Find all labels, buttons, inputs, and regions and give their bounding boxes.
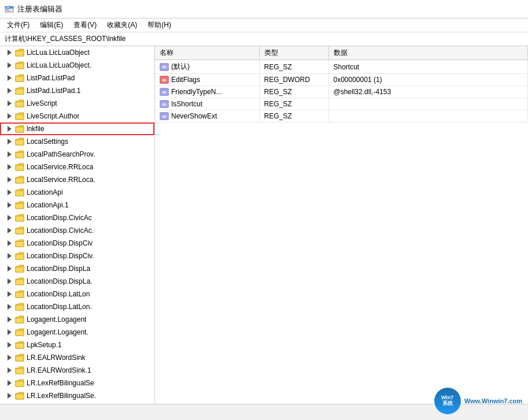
menu-view[interactable]: 查看(V) xyxy=(69,19,101,31)
tree-item-label: LocationDisp.CivicAc xyxy=(27,214,92,222)
folder-icon xyxy=(15,251,24,261)
tree-item[interactable]: LocalService.RRLoca. xyxy=(0,173,154,186)
tree-item-label: LocalPathSearchProv. xyxy=(27,150,95,158)
menu-edit[interactable]: 编辑(E) xyxy=(35,19,68,31)
tree-item[interactable]: LocationDisp.DispLa. xyxy=(0,275,154,288)
table-row[interactable]: abNeverShowExtREG_SZ xyxy=(155,110,528,122)
tree-item[interactable]: LocalService.RRLoca xyxy=(0,161,154,173)
tree-item[interactable]: LocalSettings xyxy=(0,135,154,148)
tree-item[interactable]: LocationDisp.LatLon. xyxy=(0,300,154,313)
tree-item[interactable]: ListPad.ListPad xyxy=(0,72,154,84)
expand-arrow-icon xyxy=(5,289,14,299)
expand-arrow-icon xyxy=(5,366,14,375)
tree-item-label: LocationDisp.DispLa. xyxy=(27,277,92,285)
tree-item[interactable]: LR.EALRWordSink.1 xyxy=(0,364,154,377)
tree-item[interactable]: LocationDisp.DispLa xyxy=(0,262,154,275)
tree-item[interactable]: LR.LexRefBilingualSe xyxy=(0,377,154,389)
expand-arrow-icon xyxy=(5,111,14,121)
folder-icon xyxy=(15,162,24,172)
content-panel: 名称 类型 数据 ab(默认)REG_SZShortcutabEditFlags… xyxy=(155,46,528,404)
tree-item[interactable]: LocationDisp.CivicAc xyxy=(0,211,154,224)
tree-item-label: LocationDisp.LatLon. xyxy=(27,303,92,311)
expand-arrow-icon xyxy=(5,226,14,235)
tree-item[interactable]: LicLua.LicLuaObject xyxy=(0,46,154,59)
folder-icon xyxy=(15,366,24,375)
menu-favorites[interactable]: 收藏夹(A) xyxy=(102,19,142,31)
reg-data-cell: 0x00000001 (1) xyxy=(328,74,528,86)
menu-help[interactable]: 帮助(H) xyxy=(143,19,176,31)
tree-item[interactable]: LocationDisp.CivicAc. xyxy=(0,224,154,237)
svg-point-3 xyxy=(8,7,9,8)
tree-item[interactable]: LocationDisp.DispCiv xyxy=(0,237,154,250)
tree-item[interactable]: LocationApi xyxy=(0,186,154,199)
watermark-site: Www.Winwin7.com xyxy=(464,397,522,404)
folder-icon xyxy=(15,175,24,184)
tree-item[interactable]: LocalPathSearchProv. xyxy=(0,148,154,161)
reg-data-cell: @shell32.dll,-4153 xyxy=(328,86,528,98)
tree-item-label: LR.LexRefBilingualSe. xyxy=(27,392,96,400)
folder-icon xyxy=(15,111,24,121)
expand-arrow-icon xyxy=(5,150,14,159)
col-data: 数据 xyxy=(328,46,528,60)
tree-item[interactable]: LocationDisp.DispCiv. xyxy=(0,250,154,262)
expand-arrow-icon xyxy=(5,200,14,210)
tree-item-label: lnkfile xyxy=(27,125,45,133)
expand-arrow-icon xyxy=(5,302,14,311)
tree-item-label: LicLua.LicLuaObject xyxy=(27,49,90,57)
folder-icon xyxy=(15,73,24,83)
tree-item[interactable]: LR.EALRWordSink xyxy=(0,351,154,364)
tree-item[interactable]: LR.LexRefBilingualSe.. xyxy=(0,402,154,404)
expand-arrow-icon xyxy=(5,340,14,350)
tree-item[interactable]: lnkfile xyxy=(0,122,154,135)
ab-icon: ab xyxy=(160,88,169,96)
reg-entry-name: EditFlags xyxy=(171,76,200,84)
tree-item[interactable]: Logagent.Logagent xyxy=(0,313,154,326)
table-row[interactable]: abFriendlyTypeN...REG_SZ@shell32.dll,-41… xyxy=(155,86,528,98)
tree-item-label: LiveScript xyxy=(27,99,57,107)
expand-arrow-icon xyxy=(5,73,14,83)
tree-item[interactable]: LocationDisp.LatLon xyxy=(0,288,154,300)
expand-arrow-icon xyxy=(5,175,14,184)
tree-item[interactable]: ListPad.ListPad.1 xyxy=(0,84,154,97)
tree-item-label: LocationDisp.DispLa xyxy=(27,265,90,273)
tree-item-label: LocationApi.1 xyxy=(27,201,69,209)
folder-icon xyxy=(15,124,24,133)
reg-data-cell xyxy=(328,110,528,122)
tree-item-label: LocalSettings xyxy=(27,137,68,146)
menu-file[interactable]: 文件(F) xyxy=(2,19,34,31)
main-area: LicLua.LicLuaObject LicLua.LicLuaObject.… xyxy=(0,46,528,404)
tree-item-label: LR.LexRefBilingualSe xyxy=(27,379,94,387)
tree-item[interactable]: LiveScript.Author xyxy=(0,110,154,122)
folder-icon xyxy=(15,226,24,235)
watermark-area: Win7系统 Www.Winwin7.com xyxy=(434,388,522,414)
tree-item[interactable]: LicLua.LicLuaObject. xyxy=(0,59,154,72)
svg-rect-5 xyxy=(6,10,10,11)
tree-item[interactable]: LocationApi.1 xyxy=(0,199,154,211)
folder-icon xyxy=(15,86,24,95)
folder-icon xyxy=(15,277,24,286)
folder-icon xyxy=(15,264,24,273)
tree-item[interactable]: LR.LexRefBilingualSe. xyxy=(0,389,154,402)
expand-arrow-icon xyxy=(5,48,14,57)
expand-arrow-icon xyxy=(5,277,14,286)
expand-arrow-icon xyxy=(5,315,14,324)
address-bar: 计算机\HKEY_CLASSES_ROOT\lnkfile xyxy=(0,32,528,46)
folder-icon xyxy=(15,48,24,57)
table-row[interactable]: ab(默认)REG_SZShortcut xyxy=(155,60,528,74)
tree-item[interactable]: LpkSetup.1 xyxy=(0,339,154,351)
tree-item[interactable]: LiveScript xyxy=(0,97,154,110)
reg-entry-name: FriendlyTypeN... xyxy=(171,88,221,96)
table-row[interactable]: abEditFlagsREG_DWORD0x00000001 (1) xyxy=(155,74,528,86)
reg-name-cell: ab(默认) xyxy=(155,60,259,74)
expand-arrow-icon xyxy=(5,188,14,197)
folder-icon xyxy=(15,239,24,248)
tree-item-label: LocalService.RRLoca. xyxy=(27,176,95,184)
tree-item-label: LocalService.RRLoca xyxy=(27,163,93,171)
ab-icon: ab xyxy=(160,63,169,71)
table-row[interactable]: abIsShortcutREG_SZ xyxy=(155,98,528,110)
tree-item[interactable]: Logagent.Logagent. xyxy=(0,326,154,339)
ab-red-icon: ab xyxy=(160,76,169,84)
tree-item-label: LocationDisp.LatLon xyxy=(27,290,90,298)
folder-icon xyxy=(15,391,24,400)
folder-icon xyxy=(15,328,24,337)
